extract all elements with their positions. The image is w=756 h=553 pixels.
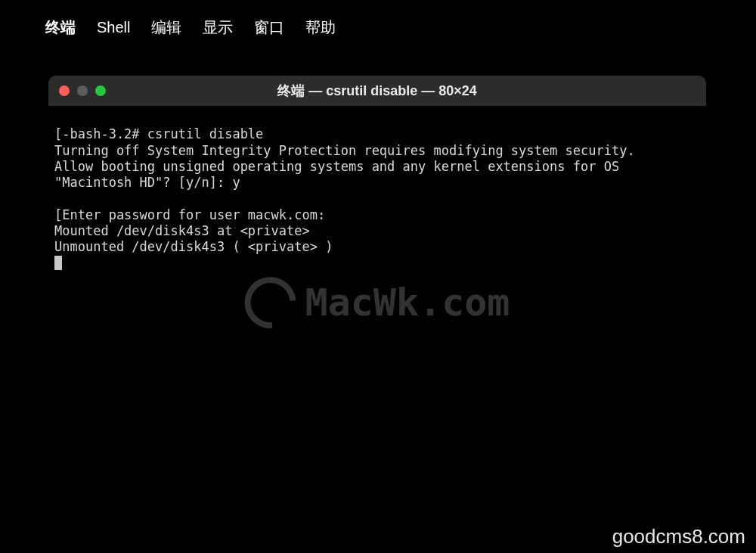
menu-edit[interactable]: 编辑: [151, 17, 181, 38]
menu-window[interactable]: 窗口: [254, 17, 284, 38]
traffic-lights: [59, 85, 106, 96]
terminal-line: [Enter password for user macwk.com:: [54, 207, 325, 222]
close-button[interactable]: [59, 85, 70, 96]
terminal-cursor: [54, 256, 62, 270]
terminal-body[interactable]: [-bash-3.2# csrutil disable Turning off …: [48, 106, 706, 499]
minimize-button[interactable]: [77, 85, 88, 96]
menu-view[interactable]: 显示: [203, 17, 233, 38]
watermark-center: MacWk.com: [245, 277, 510, 328]
terminal-line: [-bash-3.2# csrutil disable: [54, 126, 263, 141]
menu-bar: 终端 Shell 编辑 显示 窗口 帮助: [0, 14, 756, 41]
terminal-line: Turning off System Integrity Protection …: [54, 143, 635, 158]
terminal-line: Mounted /dev/disk4s3 at <private>: [54, 223, 310, 238]
terminal-line: Unmounted /dev/disk4s3 ( <private> ): [54, 239, 333, 254]
watermark-center-text: MacWk.com: [305, 279, 510, 327]
watermark-bottom: goodcms8.com: [612, 525, 745, 548]
menu-shell[interactable]: Shell: [97, 19, 130, 36]
window-title: 终端 — csrutil disable — 80×24: [48, 82, 706, 100]
terminal-window: 终端 — csrutil disable — 80×24 [-bash-3.2#…: [48, 76, 706, 499]
watermark-logo-icon: [234, 266, 307, 339]
menu-help[interactable]: 帮助: [305, 17, 336, 38]
maximize-button[interactable]: [95, 85, 106, 96]
menu-app-name[interactable]: 终端: [45, 17, 76, 38]
window-titlebar[interactable]: 终端 — csrutil disable — 80×24: [48, 76, 706, 106]
terminal-line: Allow booting unsigned operating systems…: [54, 159, 627, 190]
